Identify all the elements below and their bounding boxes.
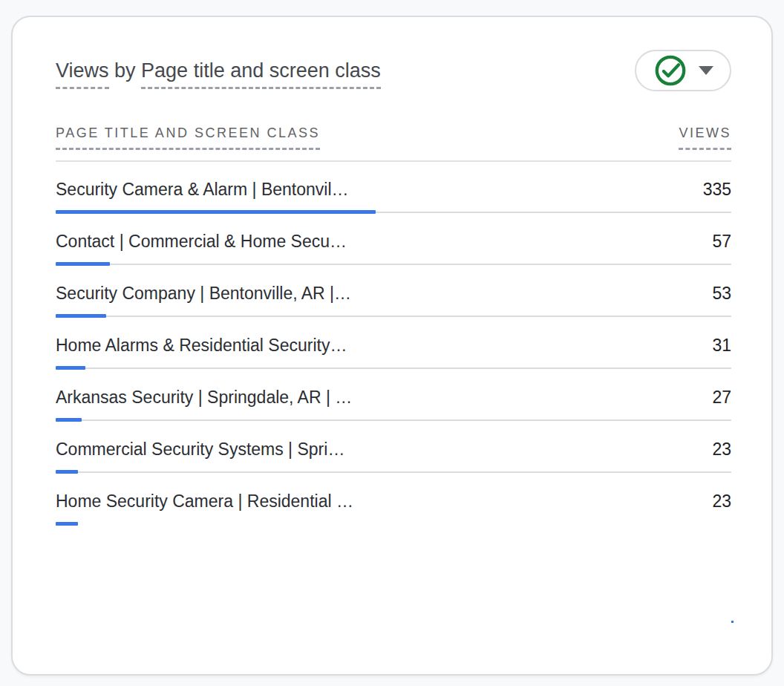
row-divider-track bbox=[56, 368, 731, 369]
table-row: Security Camera & Alarm | Bentonvil… 335 bbox=[56, 162, 731, 214]
row-label: Security Camera & Alarm | Bentonvil… bbox=[56, 180, 349, 200]
table-header: PAGE TITLE AND SCREEN CLASS VIEWS bbox=[56, 125, 731, 150]
row-value-bar bbox=[56, 522, 78, 526]
row-divider-track bbox=[56, 419, 731, 421]
row-label: Home Alarms & Residential Security… bbox=[56, 336, 347, 356]
stray-blue-pixel-artifact bbox=[731, 621, 734, 623]
row-label: Security Company | Bentonville, AR |… bbox=[56, 284, 351, 304]
table-row: Home Alarms & Residential Security… 31 bbox=[56, 318, 731, 370]
views-by-page-title-card: Views by Page title and screen class PAG… bbox=[11, 16, 773, 676]
row-value: 335 bbox=[703, 180, 731, 200]
row-value: 31 bbox=[712, 336, 731, 356]
row-label: Commercial Security Systems | Spri… bbox=[56, 440, 344, 460]
table-rows: Security Camera & Alarm | Bentonvil… 335… bbox=[56, 162, 731, 526]
table-row: Commercial Security Systems | Spri… 23 bbox=[56, 422, 731, 474]
row-value: 53 bbox=[712, 284, 731, 304]
column-header-dimension[interactable]: PAGE TITLE AND SCREEN CLASS bbox=[56, 125, 320, 150]
data-quality-dropdown-button[interactable] bbox=[635, 50, 731, 91]
card-title: Views by Page title and screen class bbox=[56, 59, 381, 82]
row-label: Contact | Commercial & Home Secu… bbox=[56, 232, 347, 252]
row-value: 57 bbox=[712, 232, 731, 252]
table-row: Contact | Commercial & Home Secu… 57 bbox=[56, 214, 731, 266]
row-value: 27 bbox=[712, 388, 731, 408]
card-content: Views by Page title and screen class PAG… bbox=[13, 17, 771, 526]
chevron-down-icon bbox=[699, 66, 713, 75]
dimension-name-link[interactable]: Page title and screen class bbox=[141, 59, 381, 89]
table-row: Arkansas Security | Springdale, AR | … 2… bbox=[56, 370, 731, 422]
row-divider-track bbox=[56, 264, 731, 265]
row-divider-track bbox=[56, 316, 731, 317]
card-title-row: Views by Page title and screen class bbox=[56, 50, 731, 91]
title-connector: by bbox=[109, 59, 142, 82]
table-row: Security Company | Bentonville, AR |… 53 bbox=[56, 266, 731, 318]
row-value: 23 bbox=[712, 440, 731, 460]
row-value: 23 bbox=[712, 491, 731, 512]
row-label: Home Security Camera | Residential … bbox=[56, 491, 353, 512]
column-header-views[interactable]: VIEWS bbox=[679, 125, 731, 150]
check-circle-icon bbox=[653, 53, 687, 88]
row-divider-track bbox=[56, 471, 731, 473]
metric-name-link[interactable]: Views bbox=[56, 59, 109, 89]
row-label: Arkansas Security | Springdale, AR | … bbox=[56, 388, 352, 408]
table-row: Home Security Camera | Residential … 23 bbox=[56, 474, 731, 526]
